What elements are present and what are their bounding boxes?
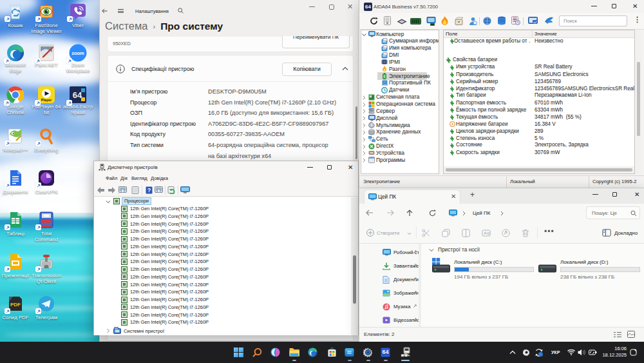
svg-text:PDF: PDF (10, 302, 21, 308)
svg-text:zoom: zoom (71, 50, 84, 56)
svg-text:Player: Player (41, 98, 52, 102)
svg-text:?: ? (147, 187, 151, 193)
svg-text:64: 64 (73, 90, 82, 100)
